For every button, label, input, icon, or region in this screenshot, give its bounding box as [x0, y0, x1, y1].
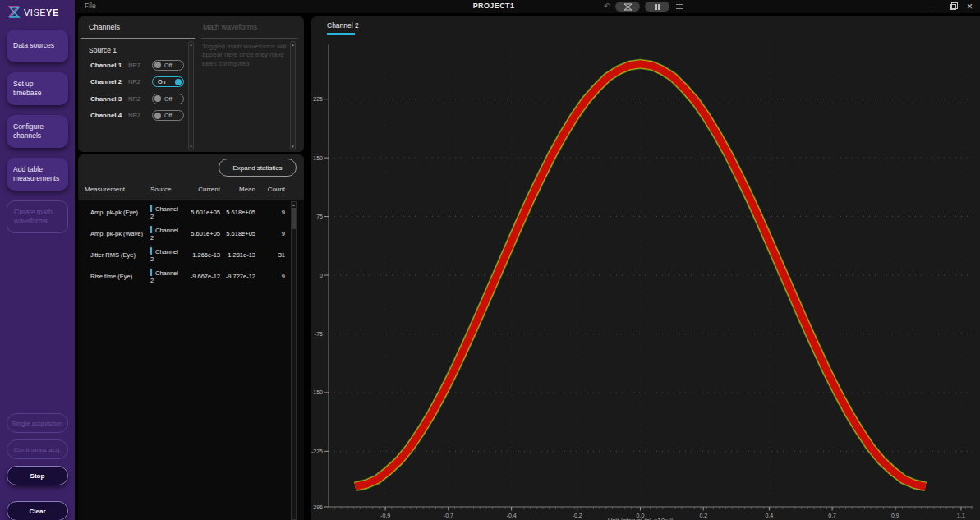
svg-text:225: 225	[313, 96, 323, 102]
scroll-up-icon[interactable]: ▴	[190, 43, 192, 47]
measurements-panel: Expand statistics Measurement Source Cur…	[78, 154, 304, 520]
measurement-row-3[interactable]: Jitter RMS (Eye) Channel 2 1.266e-13 1.2…	[78, 244, 292, 265]
svg-text:0.4: 0.4	[765, 513, 773, 518]
continuous-acq-button[interactable]: Continuous acq.	[7, 439, 68, 459]
svg-text:-296: -296	[311, 504, 323, 510]
sidebar-item-configure-channels[interactable]: Configure channels	[7, 115, 68, 148]
channels-scrollbar[interactable]: ▴ ▾	[188, 41, 194, 150]
channel-2-format: NRZ	[128, 78, 152, 85]
tab-channels[interactable]: Channels	[89, 23, 120, 31]
measurement-mean: 1.281e-13	[220, 251, 255, 259]
channel-row-3: Channel 3 NRZ Off	[90, 90, 187, 108]
channel-2-toggle[interactable]: On	[152, 76, 184, 87]
svg-text:-225: -225	[311, 449, 323, 454]
svg-text:150: 150	[313, 155, 323, 161]
title-bar: File PROJECT1 ↶ ×	[75, 0, 980, 13]
svg-text:-0.4: -0.4	[507, 513, 517, 518]
single-acquisition-button[interactable]: Single acquisition	[7, 413, 68, 433]
math-waveforms-placeholder: Toggled math waveforms will appear here …	[202, 43, 288, 68]
waveform-chart: -0.9-0.7-0.4-0.20.00.20.40.70.91.1225150…	[311, 16, 980, 520]
measurement-count: 31	[255, 251, 285, 259]
measurements-scrollbar[interactable]: ▴	[291, 201, 297, 520]
measurement-source: Channel 2	[150, 269, 183, 284]
svg-text:-0.9: -0.9	[380, 513, 390, 518]
measurement-count: 9	[255, 209, 285, 216]
stop-button[interactable]: Stop	[7, 466, 68, 485]
measurement-count: 9	[255, 230, 285, 237]
app-logo: VISEYE	[0, 0, 75, 18]
channel-4-label: Channel 4	[90, 112, 128, 119]
list-view-icon[interactable]	[676, 4, 683, 9]
channel-4-toggle[interactable]: Off	[152, 110, 184, 121]
grid-view-toggle[interactable]	[645, 2, 669, 12]
restore-icon[interactable]	[950, 4, 956, 10]
measurement-row-1[interactable]: Amp. pk-pk (Eye) Channel 2 5.601e+05 5.6…	[78, 201, 292, 223]
close-icon[interactable]: ×	[967, 1, 973, 12]
eye-diagram-view-toggle[interactable]	[615, 2, 640, 12]
clear-button[interactable]: Clear	[7, 501, 68, 520]
chart-tab-channel-2[interactable]: Channel 2	[327, 21, 359, 30]
source-color-bar	[150, 205, 152, 212]
svg-text:Unit interval (s) ×10⁻¹⁰: Unit interval (s) ×10⁻¹⁰	[608, 517, 674, 520]
math-scrollbar[interactable]: ▴ ▾	[290, 41, 296, 150]
measurement-name: Amp. pk-pk (Eye)	[78, 209, 150, 216]
svg-text:-75: -75	[315, 331, 323, 337]
channel-row-1: Channel 1 NRZ Off	[90, 57, 187, 74]
measurements-header-area: Expand statistics Measurement Source Cur…	[78, 154, 304, 200]
sidebar-item-data-sources[interactable]: Data sources	[7, 30, 68, 62]
scroll-up-icon[interactable]: ▴	[292, 203, 295, 207]
measurement-count: 9	[255, 273, 285, 280]
toggle-state-label: Off	[164, 62, 172, 68]
measurement-row-4[interactable]: Rise time (Eye) Channel 2 -9.667e-12 -9.…	[78, 265, 292, 287]
scroll-down-icon[interactable]: ▾	[190, 145, 192, 149]
measurement-current: 1.266e-13	[183, 251, 220, 259]
col-measurement: Measurement	[78, 186, 150, 193]
toggle-state-label: On	[158, 79, 165, 85]
toggle-knob	[175, 79, 182, 85]
undo-icon[interactable]: ↶	[604, 2, 610, 12]
channel-3-toggle[interactable]: Off	[152, 94, 184, 104]
measurement-name: Jitter RMS (Eye)	[78, 251, 150, 259]
source-color-bar	[150, 269, 152, 276]
scroll-down-icon[interactable]: ▾	[292, 145, 294, 149]
viseye-logo-icon	[7, 6, 21, 18]
sidebar-item-setup-timebase[interactable]: Set up timebase	[7, 72, 68, 105]
svg-text:0: 0	[320, 273, 323, 278]
channel-2-label: Channel 2	[90, 78, 128, 85]
measurement-row-2[interactable]: Amp. pk-pk (Wave) Channel 2 5.601e+05 5.…	[78, 223, 292, 244]
view-toolbar: ↶	[604, 1, 683, 12]
sidebar-nav: Data sources Set up timebase Configure c…	[7, 30, 68, 243]
source-color-bar	[150, 226, 152, 233]
measurement-current: -9.667e-12	[183, 273, 220, 280]
channel-list: Channel 1 NRZ Off Channel 2 NRZ On Chann…	[90, 57, 187, 124]
measurements-table: Amp. pk-pk (Eye) Channel 2 5.601e+05 5.6…	[78, 201, 292, 287]
measurement-mean: -9.727e-12	[220, 273, 255, 280]
scroll-up-icon[interactable]: ▴	[292, 43, 294, 47]
sidebar-item-add-table-measurements[interactable]: Add table measurements	[7, 158, 68, 191]
grid-icon	[655, 4, 660, 10]
channel-1-label: Channel 1	[90, 62, 128, 69]
app-name: VISEYE	[24, 7, 59, 17]
toggle-state-label: Off	[164, 113, 172, 118]
source-color-bar	[150, 247, 152, 255]
channel-1-toggle[interactable]: Off	[152, 60, 184, 71]
sidebar-item-create-math-waveforms[interactable]: Create math waveforms	[7, 200, 68, 233]
scrollbar-thumb[interactable]	[292, 208, 296, 229]
file-menu[interactable]: File	[85, 2, 96, 10]
channels-panel: Channels Math waveforms Source 1 Channel…	[78, 16, 304, 152]
project-title: PROJECT1	[473, 2, 515, 10]
tab-math-waveforms[interactable]: Math waveforms	[203, 23, 257, 31]
channel-3-format: NRZ	[128, 95, 152, 103]
measurement-current: 5.601e+05	[183, 230, 220, 237]
toggle-knob	[154, 62, 161, 68]
expand-statistics-button[interactable]: Expand statistics	[219, 159, 297, 177]
channel-row-2: Channel 2 NRZ On	[90, 74, 187, 91]
measurement-mean: 5.618e+05	[220, 230, 255, 237]
chart-tab-underline	[327, 33, 355, 35]
source-label: Source 1	[89, 46, 117, 54]
sidebar: VISEYE Data sources Set up timebase Conf…	[0, 0, 75, 520]
measurement-name: Amp. pk-pk (Wave)	[78, 230, 150, 237]
minimize-icon[interactable]	[932, 7, 940, 7]
svg-text:0.2: 0.2	[699, 513, 707, 518]
measurement-current: 5.601e+05	[183, 209, 220, 216]
